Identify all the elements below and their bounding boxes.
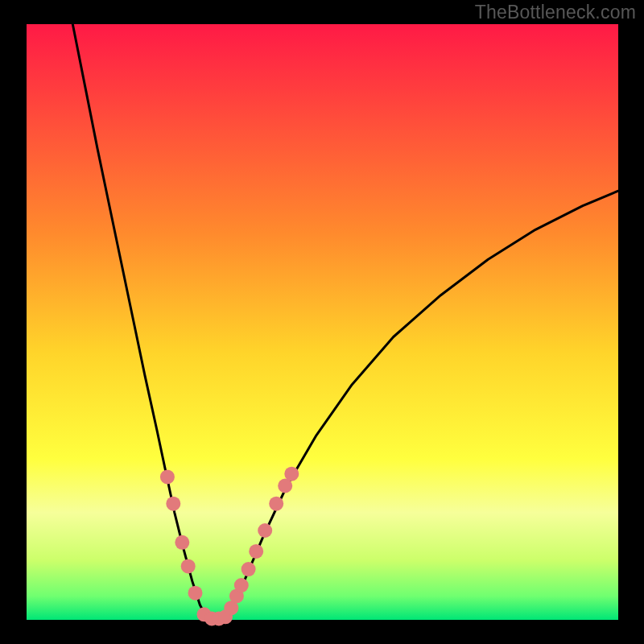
sample-dot-left bbox=[188, 586, 203, 601]
sample-dot-left bbox=[175, 535, 189, 550]
gradient-plot-area bbox=[27, 24, 618, 620]
attribution-text: TheBottleneck.com bbox=[475, 2, 636, 23]
sample-dot-right bbox=[284, 467, 299, 481]
sample-dot-right bbox=[242, 562, 256, 576]
sample-dot-right bbox=[234, 578, 249, 592]
sample-dot-right bbox=[258, 523, 272, 538]
sample-dot-right bbox=[249, 544, 263, 559]
chart-svg bbox=[0, 0, 644, 644]
sample-dot-left bbox=[160, 469, 175, 484]
chart-container: TheBottleneck.com bbox=[0, 0, 644, 644]
sample-dot-left bbox=[166, 497, 180, 511]
sample-dot-left bbox=[181, 559, 196, 573]
sample-dot-right bbox=[269, 497, 283, 511]
